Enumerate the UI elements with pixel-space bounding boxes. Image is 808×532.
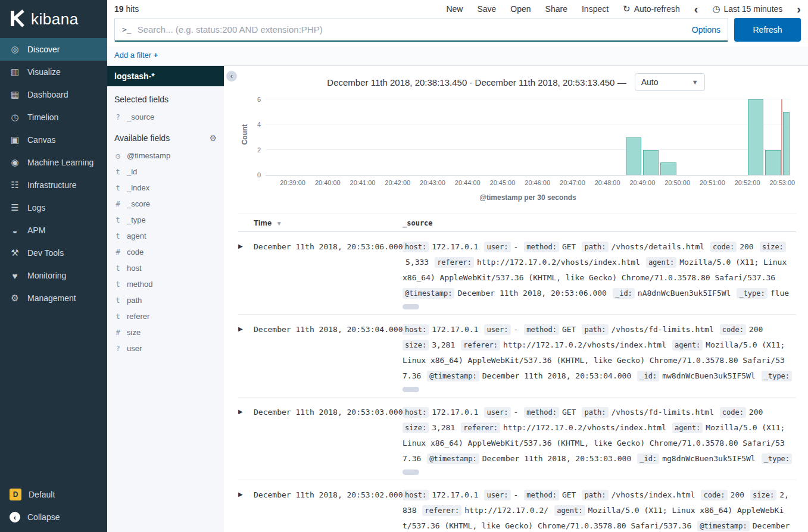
source-field: referer:http://172.17.0.2/vhosts/index.h… xyxy=(461,340,671,349)
field-name: _id xyxy=(127,167,137,176)
field-type-icon: ? xyxy=(114,345,121,353)
interval-select[interactable]: Auto ▼ xyxy=(635,73,705,91)
source-field: @timestamp:December 11th 2018, 20:53:04.… xyxy=(427,371,636,380)
field-type-icon: t xyxy=(114,296,121,305)
field-item-_type[interactable]: t_type xyxy=(107,212,224,228)
field-item-code[interactable]: #code xyxy=(107,244,224,260)
new-button[interactable]: New xyxy=(446,4,463,14)
field-item-method[interactable]: tmethod xyxy=(107,276,224,292)
nav-list: ◎Discover▥Visualize▦Dashboard◷Timelion▣C… xyxy=(0,38,107,309)
nav-item-timelion[interactable]: ◷Timelion xyxy=(0,106,107,129)
histogram-bar[interactable] xyxy=(643,150,659,175)
nav-item-canvas[interactable]: ▣Canvas xyxy=(0,129,107,151)
source-field: host:172.17.0.1 xyxy=(403,242,483,251)
field-type-icon: t xyxy=(114,232,121,240)
source-field-key: size: xyxy=(750,490,776,500)
add-filter-label: Add a filter xyxy=(114,51,151,60)
histogram-plot: 024620:39:0020:40:0020:41:0020:42:0020:4… xyxy=(266,99,790,176)
source-field-key: user: xyxy=(484,242,510,252)
time-back-button[interactable]: ‹ xyxy=(694,5,698,13)
source-field-key: @timestamp: xyxy=(403,288,454,299)
histogram-bar[interactable] xyxy=(748,99,763,175)
nav-item-infrastructure[interactable]: ☷Infrastructure xyxy=(0,174,107,196)
nav-item-label: Machine Learning xyxy=(27,158,93,167)
nav-item-apm[interactable]: ◒APM xyxy=(0,219,107,242)
nav-item-label: Dashboard xyxy=(27,90,68,99)
source-field-value: 5,333 xyxy=(405,258,429,267)
collapse-nav-button[interactable]: ‹ Collapse xyxy=(0,506,107,528)
available-fields-title: Available fields xyxy=(114,133,170,143)
expand-row-button[interactable]: ▶ xyxy=(238,405,254,475)
field-item-referer[interactable]: treferer xyxy=(107,308,224,324)
histogram-bar[interactable] xyxy=(660,162,676,175)
main-panel: 19 hits NewSaveOpenShareInspect ↻ Auto-r… xyxy=(107,0,808,532)
time-column-label: Time xyxy=(254,218,272,227)
source-field-key: code: xyxy=(701,490,727,500)
time-picker-button[interactable]: ◷ Last 15 minutes xyxy=(712,4,782,14)
field-item-_index[interactable]: t_index xyxy=(107,180,224,196)
source-field-key: code: xyxy=(720,324,746,335)
nav-item-dev-tools[interactable]: ⚒Dev Tools xyxy=(0,242,107,264)
nav-item-logs[interactable]: ☰Logs xyxy=(0,196,107,219)
field-settings-gear-icon[interactable]: ⚙ xyxy=(209,133,217,143)
field-item-_source[interactable]: ?_source xyxy=(107,109,224,125)
infrastructure-icon: ☷ xyxy=(10,180,20,190)
space-switcher[interactable]: D Default xyxy=(0,483,107,506)
results-panel: ‹ December 11th 2018, 20:38:13.450 - Dec… xyxy=(224,66,808,532)
add-filter-link[interactable]: Add a filter + xyxy=(114,51,158,60)
field-item-@timestamp[interactable]: ◷@timestamp xyxy=(107,148,224,164)
source-field: host:172.17.0.1 xyxy=(403,408,483,417)
current-time-marker xyxy=(781,99,782,175)
field-name: _source xyxy=(127,112,154,121)
index-pattern-selector[interactable]: logstash-* xyxy=(107,66,224,86)
field-name: _type xyxy=(127,215,146,224)
collapse-fields-sidebar-button[interactable]: ‹ xyxy=(226,71,237,82)
nav-item-machine-learning[interactable]: ◉Machine Learning xyxy=(0,151,107,174)
machine-learning-icon: ◉ xyxy=(10,157,20,168)
doc-source-text: host:172.17.0.1user:-method:GETpath:/vho… xyxy=(403,405,796,467)
field-item-_id[interactable]: t_id xyxy=(107,164,224,180)
open-button[interactable]: Open xyxy=(510,4,531,14)
histogram-bar[interactable] xyxy=(783,112,790,175)
nav-item-dashboard[interactable]: ▦Dashboard xyxy=(0,83,107,106)
field-item-_score[interactable]: #_score xyxy=(107,196,224,212)
expand-row-button[interactable]: ▶ xyxy=(238,322,254,392)
x-tick-label: 20:46:00 xyxy=(525,179,550,186)
share-button[interactable]: Share xyxy=(545,4,567,14)
refresh-button[interactable]: Refresh xyxy=(734,18,801,42)
save-button[interactable]: Save xyxy=(477,4,496,14)
nav-item-monitoring[interactable]: ♥Monitoring xyxy=(0,264,107,287)
nav-item-visualize[interactable]: ▥Visualize xyxy=(0,61,107,83)
auto-refresh-button[interactable]: ↻ Auto-refresh xyxy=(623,4,680,14)
source-field: user:- xyxy=(484,408,523,417)
search-input[interactable] xyxy=(138,24,686,35)
source-field-key: path: xyxy=(582,324,608,335)
field-type-icon: ◷ xyxy=(114,152,121,160)
source-field-key: method: xyxy=(524,407,559,418)
field-item-user[interactable]: ?user xyxy=(107,340,224,356)
nav-item-discover[interactable]: ◎Discover xyxy=(0,38,107,61)
expand-row-button[interactable]: ▶ xyxy=(238,239,254,309)
time-forward-button[interactable]: › xyxy=(797,5,801,13)
field-item-agent[interactable]: tagent xyxy=(107,228,224,244)
field-type-icon: # xyxy=(114,248,121,256)
source-field-value: GET xyxy=(562,242,576,251)
options-link[interactable]: Options xyxy=(692,25,720,35)
field-item-size[interactable]: #size xyxy=(107,324,224,340)
field-item-path[interactable]: tpath xyxy=(107,292,224,308)
nav-item-management[interactable]: ⚙Management xyxy=(0,287,107,309)
x-axis-label: @timestamp per 30 seconds xyxy=(266,193,790,202)
hits-count: 19 hits xyxy=(114,4,139,14)
expand-row-button[interactable]: ▶ xyxy=(238,487,254,532)
apm-icon: ◒ xyxy=(10,226,20,236)
gridline xyxy=(266,149,790,150)
source-field: path:/vhosts/index.html xyxy=(582,490,700,499)
documents-table: Time ▼ _source ▶December 11th 2018, 20:5… xyxy=(238,214,796,532)
inspect-button[interactable]: Inspect xyxy=(582,4,609,14)
histogram-bar[interactable] xyxy=(626,137,641,176)
timelion-icon: ◷ xyxy=(10,112,20,123)
field-item-host[interactable]: thost xyxy=(107,260,224,276)
histogram-bar[interactable] xyxy=(765,150,781,175)
source-field-key: user: xyxy=(484,490,510,500)
time-column-header[interactable]: Time ▼ xyxy=(254,218,403,227)
